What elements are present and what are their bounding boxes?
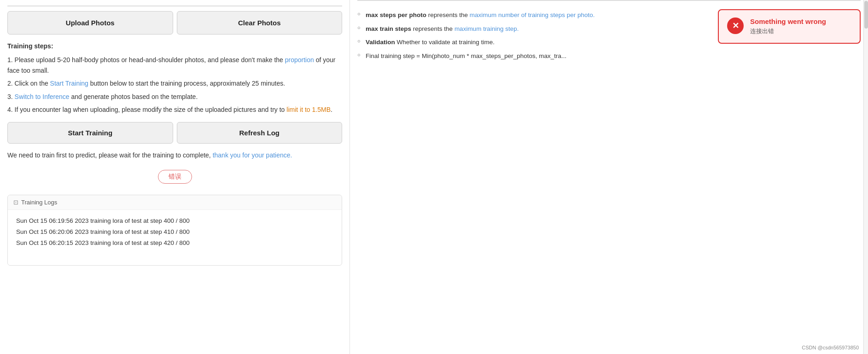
- log-line-2: Sun Oct 15 06:20:06 2023 training lora o…: [16, 227, 333, 237]
- left-panel: Upload Photos Clear Photos Training step…: [0, 0, 350, 354]
- action-buttons-row: Start Training Refresh Log: [7, 122, 342, 144]
- log-line-3: Sun Oct 15 06:20:15 2023 training lora o…: [16, 238, 333, 248]
- error-badge-container: 错误: [7, 165, 342, 186]
- upload-photos-button[interactable]: Upload Photos: [7, 11, 173, 35]
- info-item-2-blue: maximum training step.: [454, 25, 519, 32]
- logs-icon: ⊡: [13, 199, 18, 206]
- photo-buttons-row: Upload Photos Clear Photos: [7, 11, 342, 35]
- error-toast-title: Something went wrong: [750, 17, 826, 25]
- right-top-divider: [357, 0, 861, 1]
- training-steps-section: Training steps: 1. Please upload 5-20 ha…: [7, 41, 342, 115]
- training-step-2: 2. Click on the Start Training button be…: [7, 78, 342, 88]
- error-toast-subtitle: 连接出错: [750, 27, 826, 35]
- clear-photos-button[interactable]: Clear Photos: [177, 11, 343, 35]
- thank-you-text: thank you for your patience.: [213, 151, 292, 159]
- logs-body: Sun Oct 15 06:19:56 2023 training lora o…: [8, 210, 342, 265]
- info-item-2-text: represents the: [413, 25, 454, 32]
- proportion-link[interactable]: proportion: [285, 56, 314, 64]
- info-item-3-text: Whether to validate at training time.: [397, 39, 495, 46]
- error-badge: 错误: [158, 170, 192, 184]
- error-toast-content: Something went wrong 连接出错: [750, 17, 826, 35]
- log-line-1: Sun Oct 15 06:19:56 2023 training lora o…: [16, 216, 333, 226]
- info-item-4: Final training step = Min(photo_num * ma…: [357, 49, 861, 63]
- right-panel: max steps per photo represents the maxim…: [350, 0, 868, 354]
- training-step-1: 1. Please upload 5-20 half-body photos o…: [7, 55, 342, 75]
- training-logs-section: ⊡ Training Logs Sun Oct 15 06:19:56 2023…: [7, 195, 342, 266]
- info-item-4-text: Final training step = Min(photo_num * ma…: [366, 52, 566, 59]
- limit-size-link[interactable]: limit it to 1.5MB: [286, 106, 331, 113]
- training-step-3: 3. Switch to Inference and generate phot…: [7, 92, 342, 102]
- logs-header: ⊡ Training Logs: [8, 195, 342, 210]
- error-toast-icon: ✕: [727, 17, 744, 34]
- wait-message: We need to train first to predict, pleas…: [7, 150, 342, 160]
- start-training-link[interactable]: Start Training: [50, 80, 88, 87]
- info-item-3-bold: Validation: [366, 39, 395, 46]
- scrollbar[interactable]: [863, 0, 868, 354]
- info-item-1-bold: max steps per photo: [366, 12, 426, 18]
- refresh-log-button[interactable]: Refresh Log: [177, 122, 343, 144]
- logs-label: Training Logs: [21, 199, 57, 206]
- training-step-4: 4. If you encounter lag when uploading, …: [7, 104, 342, 115]
- error-toast: ✕ Something went wrong 连接出错: [718, 9, 861, 44]
- info-item-2-bold: max train steps: [366, 25, 411, 32]
- info-item-1-text: represents the: [428, 12, 470, 18]
- info-item-1-blue: maximum number of training steps per pho…: [470, 12, 595, 18]
- start-training-button[interactable]: Start Training: [7, 122, 173, 144]
- watermark: CSDN @csdn565973850: [802, 345, 859, 350]
- top-divider: [7, 6, 342, 6]
- training-steps-title: Training steps:: [7, 41, 342, 51]
- scrollbar-thumb[interactable]: [864, 1, 868, 29]
- switch-inference-link[interactable]: Switch to Inference: [15, 93, 70, 100]
